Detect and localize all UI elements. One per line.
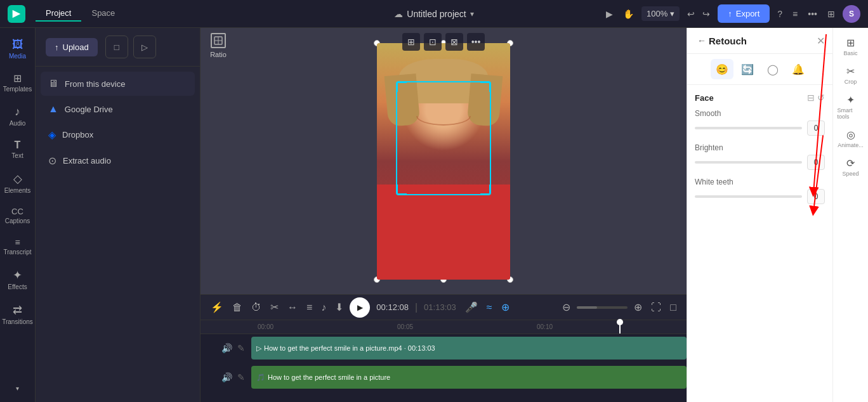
fit-height-btn[interactable]: ⊡ [424,33,442,51]
face-compare-btn[interactable]: ⊟ [807,93,815,103]
upload-panel: ↑ Upload □ ▷ 🖥 From this device ▲ Google… [36,28,201,402]
more-btn[interactable]: ••• [805,6,820,22]
crop-tl-btn[interactable]: ✂ [268,299,281,316]
retouch-back-button[interactable]: ← [695,33,709,48]
avatar[interactable]: S [843,5,860,23]
brighten-slider[interactable] [695,161,802,164]
tab-project[interactable]: Project [36,6,81,22]
flip-btn[interactable]: ↔ [285,299,300,316]
upload-button[interactable]: ↑ Upload [46,38,98,56]
split-btn[interactable]: ⚡ [208,299,226,316]
audio-edit-btn[interactable]: ✎ [236,371,246,384]
right-bar-animate[interactable]: ◎ Animate... [835,125,867,152]
right-bar-smart-tools[interactable]: ✦ Smart tools [835,90,867,124]
retouch-tab-voice[interactable]: 🔔 [787,59,810,79]
zoom-slider[interactable] [577,306,628,309]
audio-tl-btn[interactable]: ♪ [319,299,329,316]
zoom-out-tl-btn[interactable]: ⊖ [560,299,573,316]
upload-option-label-audio: Extract audio [63,156,111,165]
download-btn[interactable]: ⬇ [332,299,346,316]
canvas-more-btn[interactable]: ••• [467,33,485,51]
upgrade-btn[interactable]: ≡ [790,6,800,22]
zoom-level: 100% [647,9,667,18]
redo-btn[interactable]: ↪ [700,6,713,22]
timeline-toolbar: ⚡ 🗑 ⏱ ✂ ↔ ≡ ♪ ⬇ ▶ 00:12:08 | 01:13:03 🎤 … [201,295,687,320]
sidebar-item-captions[interactable]: CC Captions [2,202,34,230]
retouch-tab-face[interactable]: 😊 [711,59,733,79]
smooth-value[interactable]: 0 [807,120,825,136]
upload-option-google-drive[interactable]: ▲ Google Drive [41,97,195,121]
audio-volume-btn[interactable]: 🔊 [220,371,233,384]
caption-tl-btn[interactable]: □ [667,299,679,316]
total-time: 01:13:03 [424,302,456,312]
device-tab-btn[interactable]: □ [105,36,128,58]
video-tab-btn[interactable]: ▷ [133,36,156,58]
sidebar-item-media[interactable]: 🖼 Media [2,33,34,65]
face-corner-bl [397,185,407,195]
dropbox-icon: ◈ [48,129,56,141]
help-btn[interactable]: ? [775,6,785,22]
upload-option-dropbox[interactable]: ◈ Dropbox [41,122,195,147]
retouch-tab-body[interactable]: ◯ [761,59,784,79]
sidebar-item-text[interactable]: T Text [2,134,34,164]
project-title: Untitled project [407,9,466,19]
retouch-close-button[interactable]: ✕ [817,35,825,47]
right-bar-crop[interactable]: ✂ Crop [835,62,867,89]
export-button[interactable]: ↑ Export [718,4,770,23]
play-button[interactable]: ▶ [350,297,370,318]
speed-btn[interactable]: ⏱ [249,299,264,316]
project-dropdown-icon[interactable]: ▾ [470,10,474,18]
mic-btn[interactable]: 🎤 [463,299,480,316]
project-space-tabs: Project Space [36,6,125,22]
ratio-button[interactable]: Ratio [201,28,236,63]
white-teeth-value[interactable]: 0 [807,189,825,204]
zoom-in-tl-btn[interactable]: ⊕ [631,299,645,316]
sidebar-item-transcript[interactable]: ≡ Transcript [2,232,34,261]
effects-icon: ✦ [13,268,22,282]
tracks-container: 🔊 ✎ ▷ How to get the perfect smile in a … [201,334,687,402]
smooth-slider-row: Smooth 0 [695,109,825,136]
canvas-area: Ratio ⊞ ⊡ ⊠ ••• [201,28,687,294]
pan-mode-btn[interactable]: ✋ [621,6,636,22]
fullscreen-tl-btn[interactable]: ⛶ [648,299,664,316]
sidebar-item-label-transcript: Transcript [3,249,31,256]
align-btn[interactable]: ≡ [304,299,315,316]
fit-width-btn[interactable]: ⊞ [402,33,420,51]
brighten-value[interactable]: 0 [807,155,825,170]
right-bar-basic[interactable]: ⊞ Basic [835,33,867,60]
crop-icon: ✂ [846,65,855,77]
audio-track-content[interactable]: 🎵 How to get the perfect smile in a pict… [251,365,687,390]
retouch-tab-hair[interactable]: 🔄 [736,59,759,79]
audio-clip[interactable]: 🎵 How to get the perfect smile in a pict… [251,366,687,389]
crop-btn[interactable]: ⊠ [445,33,463,51]
white-teeth-slider-row: White teeth 0 [695,178,825,204]
face-reset-btn[interactable]: ↺ [817,93,825,103]
sidebar-item-elements[interactable]: ◇ Elements [2,167,34,199]
sidebar-collapse-btn[interactable]: ▾ [2,380,34,397]
smooth-slider[interactable] [695,127,802,129]
upload-option-from-device[interactable]: 🖥 From this device [41,72,195,96]
sidebar-item-audio[interactable]: ♪ Audio [2,100,34,132]
media-icon: 🖼 [12,38,23,51]
volume-btn[interactable]: 🔊 [220,342,233,354]
white-teeth-slider[interactable] [695,195,802,198]
tab-space[interactable]: Space [81,6,125,22]
sidebar-item-transitions[interactable]: ⇄ Transitions [2,298,34,330]
delete-btn[interactable]: 🗑 [230,299,245,316]
sidebar-item-templates[interactable]: ⊞ Templates [2,67,34,98]
audio-icon: ♪ [15,105,20,119]
upload-option-extract-audio[interactable]: ⊙ Extract audio [41,148,195,173]
zoom-control[interactable]: 100% ▾ [641,6,680,21]
play-mode-btn[interactable]: ▶ [603,6,615,22]
undo-btn[interactable]: ↩ [685,6,697,22]
merge-btn[interactable]: ⊕ [499,299,512,316]
layout-btn[interactable]: ⊞ [825,6,838,22]
right-bar-crop-label: Crop [845,79,857,85]
video-track-content[interactable]: ▷ How to get the perfect smile in a pict… [251,335,687,361]
wave-btn[interactable]: ≈ [484,299,495,316]
sidebar-item-label-templates: Templates [3,86,32,93]
video-clip[interactable]: ▷ How to get the perfect smile in a pict… [251,337,687,360]
right-bar-speed[interactable]: ⟳ Speed [835,153,867,181]
track-edit-btn[interactable]: ✎ [236,342,246,354]
sidebar-item-effects[interactable]: ✦ Effects [2,263,34,295]
